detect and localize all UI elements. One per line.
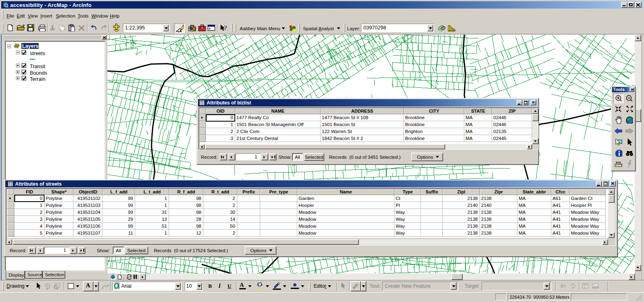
svg-text:?: ? (224, 24, 227, 31)
